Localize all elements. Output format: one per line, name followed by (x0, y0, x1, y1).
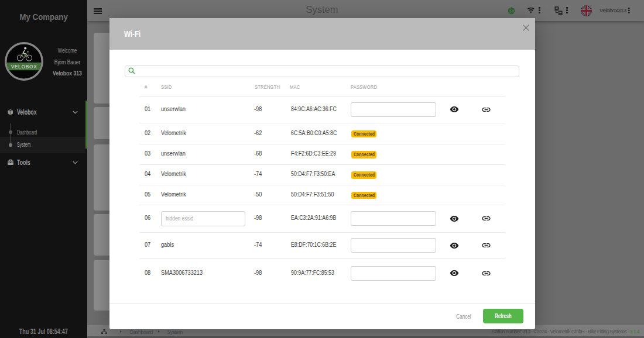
svg-text:VELOBOX: VELOBOX (11, 64, 37, 70)
